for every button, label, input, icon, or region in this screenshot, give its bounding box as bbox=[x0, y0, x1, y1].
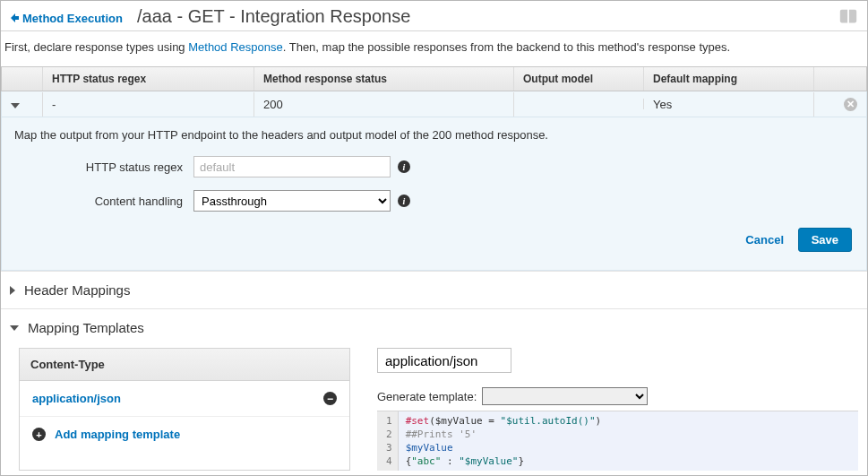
content-type-row[interactable]: application/json − bbox=[20, 381, 349, 417]
editor-gutter: 1234 bbox=[377, 411, 399, 471]
docs-icon[interactable] bbox=[838, 7, 858, 27]
content-type-link[interactable]: application/json bbox=[32, 392, 121, 405]
mapping-templates-section: Mapping Templates Content-Type applicati… bbox=[1, 308, 867, 476]
intro-suffix: . Then, map the possible responses from … bbox=[283, 40, 730, 54]
page-header: Method Execution /aaa - GET - Integratio… bbox=[1, 1, 867, 31]
detail-note: Map the output from your HTTP endpoint t… bbox=[14, 128, 854, 142]
caret-down-icon bbox=[10, 325, 19, 331]
arrow-left-icon bbox=[10, 13, 19, 22]
generate-template-label: Generate template: bbox=[377, 390, 477, 403]
col-header-status: Method response status bbox=[254, 67, 514, 91]
editor-code[interactable]: #set($myValue = "$util.autoId()")##Print… bbox=[399, 411, 858, 471]
delete-row-icon[interactable]: ✕ bbox=[844, 98, 857, 111]
regex-input[interactable] bbox=[193, 156, 391, 177]
col-header-default: Default mapping bbox=[644, 67, 814, 91]
response-detail-panel: Map the output from your HTTP endpoint t… bbox=[1, 117, 867, 271]
caret-right-icon bbox=[10, 286, 15, 295]
row-model bbox=[514, 99, 644, 109]
mapping-templates-title: Mapping Templates bbox=[28, 320, 144, 335]
content-type-header: Content-Type bbox=[20, 349, 349, 381]
content-handling-label: Content handling bbox=[14, 195, 193, 208]
template-panel: Generate template: 1234 #set($myValue = … bbox=[377, 348, 858, 471]
header-mappings-section: Header Mappings bbox=[1, 271, 867, 308]
mapping-templates-toggle[interactable]: Mapping Templates bbox=[10, 320, 858, 335]
intro-text: First, declare response types using Meth… bbox=[1, 31, 867, 66]
response-grid-header: HTTP status regex Method response status… bbox=[1, 66, 867, 91]
intro-prefix: First, declare response types using bbox=[4, 40, 188, 54]
plus-icon: + bbox=[32, 428, 46, 441]
add-mapping-template-label[interactable]: Add mapping template bbox=[55, 428, 180, 441]
method-response-link[interactable]: Method Response bbox=[188, 40, 283, 54]
content-handling-select[interactable]: Passthrough bbox=[193, 190, 391, 212]
col-header-regex: HTTP status regex bbox=[43, 67, 254, 91]
row-status: 200 bbox=[254, 92, 514, 117]
info-icon[interactable]: i bbox=[398, 160, 410, 173]
save-button[interactable]: Save bbox=[798, 228, 852, 252]
page-title: /aaa - GET - Integration Response bbox=[137, 6, 410, 27]
detail-actions: Cancel Save bbox=[14, 224, 854, 257]
remove-content-type-icon[interactable]: − bbox=[323, 392, 337, 405]
back-link[interactable]: Method Execution bbox=[10, 12, 123, 25]
back-link-label: Method Execution bbox=[22, 12, 123, 25]
caret-down-icon[interactable] bbox=[11, 103, 20, 108]
template-name-input[interactable] bbox=[377, 348, 511, 373]
info-icon[interactable]: i bbox=[398, 195, 410, 207]
add-mapping-template[interactable]: + Add mapping template bbox=[20, 417, 349, 452]
col-header-model: Output model bbox=[514, 67, 644, 91]
header-mappings-title: Header Mappings bbox=[24, 282, 130, 298]
template-editor[interactable]: 1234 #set($myValue = "$util.autoId()")##… bbox=[377, 411, 858, 471]
row-default: Yes bbox=[644, 92, 814, 117]
row-regex: - bbox=[43, 92, 254, 117]
generate-template-select[interactable] bbox=[482, 387, 648, 405]
regex-label: HTTP status regex bbox=[14, 160, 193, 174]
cancel-button[interactable]: Cancel bbox=[745, 233, 784, 247]
header-mappings-toggle[interactable]: Header Mappings bbox=[10, 282, 858, 298]
response-row[interactable]: - 200 Yes ✕ bbox=[1, 91, 867, 117]
content-type-panel: Content-Type application/json − + Add ma… bbox=[19, 348, 350, 471]
